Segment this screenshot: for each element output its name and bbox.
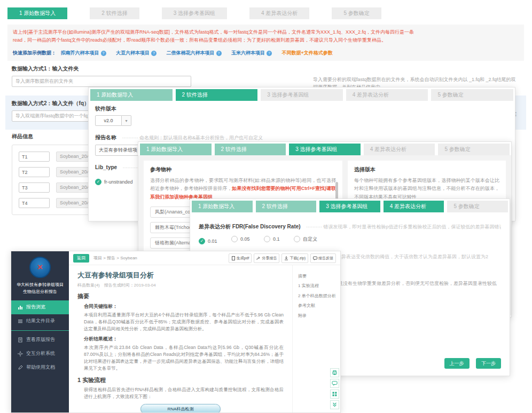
version-desc: 每个物种可能拥有多个参考基因组版本，选择物种的某个版本会让比对和注释使用该版本的… xyxy=(354,177,499,201)
example-link-1[interactable]: 拟南芥六样本项目? xyxy=(61,50,106,55)
toc-item[interactable]: 参考文献 xyxy=(298,301,340,311)
tab-step-3[interactable]: 3 选择参考基因组 xyxy=(162,7,227,19)
contract-kpi-text: 本项目利用高通量测序平台对大豆的4个样品进行转录组测序，每个样品产出不低于5.9… xyxy=(77,312,284,333)
generate-pdf-button[interactable]: 生成pdf xyxy=(229,253,252,263)
tab-step-2[interactable]: 2 软件选择 xyxy=(256,201,317,212)
contract-kpi-heading: 合同关键指标： xyxy=(77,303,284,310)
printer-icon xyxy=(332,370,338,376)
sidebar-menu: 报告浏览 结果文件目录 查看原版报告 交互分析系统 帮助使用文档 xyxy=(11,300,69,375)
fdr-radio-group: ✓0.01 0.05 0.1 自定义 xyxy=(199,235,501,244)
flow-step: RNA样品检测 xyxy=(140,404,221,412)
tab-step-5[interactable]: 5 参数确定 xyxy=(431,89,513,101)
report-title: 大豆有参转录组项目分析 xyxy=(77,271,284,280)
chart-icon xyxy=(18,305,23,310)
catalog-button[interactable] xyxy=(330,390,339,399)
radio-checked-icon: ✓ xyxy=(95,179,101,185)
sidebar-item-interactive-analysis[interactable]: 交互分析系统 xyxy=(11,347,69,361)
report-name-label: 报告名称 xyxy=(95,134,116,140)
notice-text-line1: 请上传[基于主流测序平台(如illumina)测序仪产生的双端测序RNA-seq… xyxy=(13,28,519,36)
double-chevron-down-icon xyxy=(332,402,338,408)
gear-icon xyxy=(18,351,23,356)
software-version-value: v2.0 xyxy=(95,115,122,126)
list-icon xyxy=(18,319,23,324)
tab-step-3[interactable]: 3 选择参考基因组 xyxy=(289,144,361,155)
tab-step-5[interactable]: 5 参数确定 xyxy=(332,7,381,19)
report-sidebar: × 华大科技有参转录组项目 生物信息分析报告 报告浏览 结果文件目录 查看原版报… xyxy=(11,251,69,412)
tab-step-5[interactable]: 5 参数确定 xyxy=(447,201,508,212)
sidebar-item-file-directory[interactable]: 结果文件目录 xyxy=(11,314,69,328)
version-title: 选择版本 xyxy=(354,166,499,173)
abstract-heading: 摘要 xyxy=(77,292,284,300)
feedback-button[interactable]: 报告反馈 xyxy=(310,253,336,263)
step-tabs: 1 原始数据导入 2 软件选择 3 选择参考基因组 4 差异表达分析 5 参数确… xyxy=(138,142,511,155)
format-params-link[interactable]: 不同数据+文件格式参数 xyxy=(282,50,333,55)
tab-step-3[interactable]: 3 选择参考基因组 xyxy=(261,89,343,101)
tab-step-4[interactable]: 4 差异表达分析 xyxy=(384,201,444,212)
tab-step-3[interactable]: 3 选择参考基因组 xyxy=(319,201,380,212)
sample-name-input[interactable] xyxy=(19,167,50,177)
radio-fr-unstranded[interactable]: ✓ fr-unstranded xyxy=(95,179,133,185)
quick-examples-label: 快速添加示例数据： xyxy=(13,50,56,55)
radio-fdr-001[interactable]: ✓0.01 xyxy=(199,238,217,244)
sidebar-item-help-docs[interactable]: 帮助使用文档 xyxy=(11,361,69,375)
collapse-button[interactable] xyxy=(330,400,339,409)
radio-fdr-005[interactable]: 0.05 xyxy=(231,236,250,242)
toc-item[interactable]: 摘要 xyxy=(298,272,340,281)
radio-fdr-01[interactable]: 0.1 xyxy=(264,236,280,242)
back-button[interactable]: 返回 xyxy=(73,254,89,263)
results-overview-text: 本次测序共产出23.84 Gb Clean Data，各样品Clean Data… xyxy=(77,344,284,372)
folder-input[interactable] xyxy=(12,76,191,87)
sample-name-input[interactable] xyxy=(19,182,50,193)
toc-item[interactable]: 2 单个样品数据分析 xyxy=(298,291,340,301)
brand-logo: × xyxy=(29,257,51,278)
species-desc: 选择分析样品的参考物种，要求既可与测序材料(如:样品来源的物种等)相同，也可选择… xyxy=(150,177,336,201)
share-report-button[interactable]: 分享报告 xyxy=(254,253,279,263)
breadcrumb[interactable]: 项目 > 报告 > Soybean xyxy=(93,255,137,261)
quick-examples-row: 快速添加示例数据： 拟南芥六样本项目? 大豆六样本项目? 二倍体棉花六样本项目?… xyxy=(13,49,519,57)
fdr-label: 差异表达分析 FDR(False Discovery Rate) xyxy=(199,224,301,229)
upload-notice: 请上传[基于主流测序平台(如illumina)测序仪产生的双端测序RNA-seq… xyxy=(7,25,524,61)
comment-button[interactable] xyxy=(330,379,339,388)
tab-step-1[interactable]: 1 原始数据导入 xyxy=(7,7,67,19)
tab-step-2[interactable]: 2 软件选择 xyxy=(90,7,139,19)
prev-step-button[interactable]: 上一步 xyxy=(444,358,470,369)
tab-step-1[interactable]: 1 原始数据导入 xyxy=(192,201,253,212)
tab-step-4[interactable]: 4 差异表达分析 xyxy=(249,7,309,19)
floating-toolbar xyxy=(330,368,339,409)
report-name-hint: ·········· 命名规则：默认项目名称&基本分析报告，用户也可自定义 xyxy=(122,135,262,140)
radio-fdr-custom[interactable]: 自定义 xyxy=(294,236,317,243)
sidebar-item-report-browse[interactable]: 报告浏览 xyxy=(11,300,69,314)
report-toolbar: 返回 项目 > 报告 > Soybean 生成pdf 分享报告 下载(.zip)… xyxy=(69,251,340,265)
tab-step-2[interactable]: 2 软件选择 xyxy=(176,89,258,101)
tab-step-2[interactable]: 2 软件选择 xyxy=(215,144,286,155)
step-tabs: 1 原始数据导入 2 软件选择 3 选择参考基因组 4 差异表达分析 5 参数确… xyxy=(89,88,515,101)
example-link-3[interactable]: 二倍体棉花六样本项目? xyxy=(167,50,222,55)
tab-step-1[interactable]: 1 原始数据导入 xyxy=(140,144,212,155)
comment-icon xyxy=(332,380,338,386)
sample-name-input[interactable] xyxy=(19,198,50,208)
notice-text-line2: read，同一样品的两个fastq文件中的reads必须配对，即read顺序和个… xyxy=(13,36,519,44)
grid-icon xyxy=(332,391,338,397)
example-link-2[interactable]: 大豆六样本项目? xyxy=(116,50,157,55)
share-icon xyxy=(256,256,261,260)
toc-item[interactable]: 1 实验流程 xyxy=(298,281,340,291)
tab-step-5[interactable]: 5 参数确定 xyxy=(438,144,510,155)
workflow-heading: 1 实验流程 xyxy=(77,376,284,384)
sidebar-title: 华大科技有参转录组项目 生物信息分析报告 xyxy=(11,282,69,296)
example-link-4[interactable]: 玉米六样本项目? xyxy=(231,50,272,55)
sidebar-item-original-report[interactable]: 查看原版报告 xyxy=(11,333,69,347)
tab-step-4[interactable]: 4 差异表达分析 xyxy=(364,144,435,155)
next-step-button[interactable]: 下一步 xyxy=(476,358,501,369)
toc-item[interactable]: 附录 xyxy=(298,311,340,321)
chevron-down-icon: ▾ xyxy=(122,115,131,126)
fdr-hint: ·········· 错误发现率，即对显著性检验p值进行多重检验校正后的值，保证… xyxy=(306,224,501,229)
tab-step-4[interactable]: 4 差异表达分析 xyxy=(346,89,428,101)
help-icon: ? xyxy=(267,51,272,56)
download-zip-button[interactable]: 下载(.zip) xyxy=(281,253,308,263)
software-version-select[interactable]: v2.0 ▾ xyxy=(95,115,131,126)
sample-name-input[interactable] xyxy=(19,152,50,162)
tab-step-1[interactable]: 1 原始数据导入 xyxy=(90,89,173,101)
report-article: 大豆有参转录组项目分析 样品数量(4) 报告生成时间：2019-03-04 摘要… xyxy=(69,265,292,412)
print-button[interactable] xyxy=(330,368,339,377)
report-meta: 样品数量(4) 报告生成时间：2019-03-04 xyxy=(77,282,284,288)
